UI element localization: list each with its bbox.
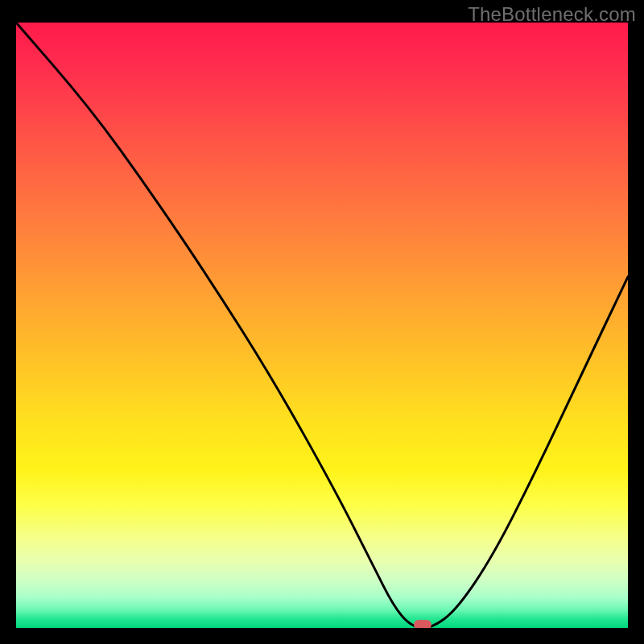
plot-area: [16, 23, 628, 628]
curve-path: [16, 23, 628, 628]
watermark-text: TheBottleneck.com: [468, 3, 636, 26]
bottleneck-curve: [16, 23, 628, 628]
chart-frame: TheBottleneck.com: [0, 0, 644, 644]
optimal-point-marker: [414, 620, 431, 628]
